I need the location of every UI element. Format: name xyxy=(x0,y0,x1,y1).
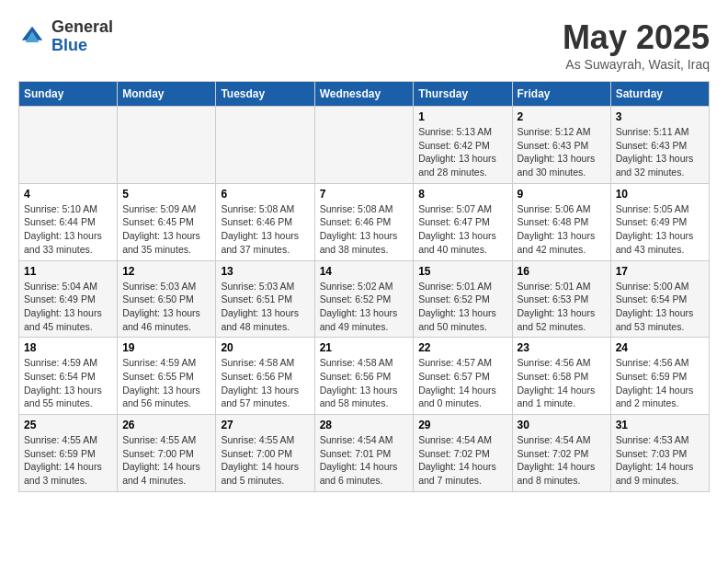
calendar-cell: 24Sunrise: 4:56 AMSunset: 6:59 PMDayligh… xyxy=(610,338,709,415)
header-friday: Friday xyxy=(512,82,610,107)
calendar-cell: 30Sunrise: 4:54 AMSunset: 7:02 PMDayligh… xyxy=(512,415,610,492)
day-number: 24 xyxy=(616,341,704,354)
location: As Suwayrah, Wasit, Iraq xyxy=(563,57,710,72)
calendar-cell: 31Sunrise: 4:53 AMSunset: 7:03 PMDayligh… xyxy=(610,415,709,492)
calendar-header-row: SundayMondayTuesdayWednesdayThursdayFrid… xyxy=(19,82,710,107)
calendar-cell: 1Sunrise: 5:13 AMSunset: 6:42 PMDaylight… xyxy=(414,107,512,184)
calendar-cell: 11Sunrise: 5:04 AMSunset: 6:49 PMDayligh… xyxy=(19,260,118,338)
day-info: Sunrise: 5:10 AMSunset: 6:44 PMDaylight:… xyxy=(24,202,112,257)
day-number: 10 xyxy=(616,188,704,201)
day-number: 29 xyxy=(418,419,506,431)
day-info: Sunrise: 4:57 AMSunset: 6:57 PMDaylight:… xyxy=(418,356,506,410)
page-header: General Blue May 2025 As Suwayrah, Wasit… xyxy=(18,18,710,72)
day-number: 16 xyxy=(518,265,606,278)
day-info: Sunrise: 4:56 AMSunset: 6:59 PMDaylight:… xyxy=(616,356,704,410)
calendar-cell: 7Sunrise: 5:08 AMSunset: 6:46 PMDaylight… xyxy=(314,183,414,260)
calendar-cell: 12Sunrise: 5:03 AMSunset: 6:50 PMDayligh… xyxy=(118,260,216,338)
calendar-cell: 22Sunrise: 4:57 AMSunset: 6:57 PMDayligh… xyxy=(414,338,512,415)
day-info: Sunrise: 4:55 AMSunset: 7:00 PMDaylight:… xyxy=(122,433,210,488)
day-number: 18 xyxy=(24,341,112,354)
calendar-cell: 23Sunrise: 4:56 AMSunset: 6:58 PMDayligh… xyxy=(512,338,610,415)
day-info: Sunrise: 4:53 AMSunset: 7:03 PMDaylight:… xyxy=(616,433,704,488)
day-number: 15 xyxy=(418,265,506,278)
calendar-cell: 26Sunrise: 4:55 AMSunset: 7:00 PMDayligh… xyxy=(118,415,216,492)
header-saturday: Saturday xyxy=(610,82,709,107)
calendar-cell: 29Sunrise: 4:54 AMSunset: 7:02 PMDayligh… xyxy=(414,415,512,492)
day-number: 8 xyxy=(418,188,506,201)
day-number: 14 xyxy=(320,265,409,278)
calendar-cell xyxy=(216,107,314,184)
day-number: 30 xyxy=(518,419,606,431)
day-number: 3 xyxy=(616,110,704,123)
day-info: Sunrise: 4:58 AMSunset: 6:56 PMDaylight:… xyxy=(221,356,309,410)
calendar-cell: 17Sunrise: 5:00 AMSunset: 6:54 PMDayligh… xyxy=(610,260,709,338)
header-wednesday: Wednesday xyxy=(314,82,414,107)
day-info: Sunrise: 4:59 AMSunset: 6:54 PMDaylight:… xyxy=(24,356,112,410)
calendar-cell: 19Sunrise: 4:59 AMSunset: 6:55 PMDayligh… xyxy=(118,338,216,415)
day-info: Sunrise: 5:12 AMSunset: 6:43 PMDaylight:… xyxy=(518,125,606,179)
day-info: Sunrise: 4:55 AMSunset: 6:59 PMDaylight:… xyxy=(24,433,112,488)
calendar-cell: 18Sunrise: 4:59 AMSunset: 6:54 PMDayligh… xyxy=(19,338,118,415)
day-number: 20 xyxy=(221,341,309,354)
day-number: 23 xyxy=(518,341,606,354)
calendar-cell: 4Sunrise: 5:10 AMSunset: 6:44 PMDaylight… xyxy=(19,183,118,260)
day-info: Sunrise: 4:54 AMSunset: 7:02 PMDaylight:… xyxy=(518,433,606,488)
logo: General Blue xyxy=(18,18,113,55)
day-info: Sunrise: 5:02 AMSunset: 6:52 PMDaylight:… xyxy=(320,280,409,334)
day-info: Sunrise: 4:55 AMSunset: 7:00 PMDaylight:… xyxy=(221,433,309,488)
day-number: 21 xyxy=(320,341,409,354)
day-number: 4 xyxy=(24,188,112,201)
calendar-cell: 20Sunrise: 4:58 AMSunset: 6:56 PMDayligh… xyxy=(216,338,314,415)
logo-blue: Blue xyxy=(51,37,113,55)
calendar-cell: 15Sunrise: 5:01 AMSunset: 6:52 PMDayligh… xyxy=(414,260,512,338)
calendar-week-row: 1Sunrise: 5:13 AMSunset: 6:42 PMDaylight… xyxy=(19,107,710,184)
day-info: Sunrise: 5:03 AMSunset: 6:50 PMDaylight:… xyxy=(122,280,210,334)
day-info: Sunrise: 5:09 AMSunset: 6:45 PMDaylight:… xyxy=(122,202,210,257)
month-title: May 2025 xyxy=(563,18,710,57)
day-info: Sunrise: 4:54 AMSunset: 7:02 PMDaylight:… xyxy=(418,433,506,488)
calendar-week-row: 4Sunrise: 5:10 AMSunset: 6:44 PMDaylight… xyxy=(19,183,710,260)
day-number: 31 xyxy=(616,419,704,431)
day-info: Sunrise: 5:06 AMSunset: 6:48 PMDaylight:… xyxy=(518,202,606,257)
day-info: Sunrise: 5:07 AMSunset: 6:47 PMDaylight:… xyxy=(418,202,506,257)
calendar-cell: 5Sunrise: 5:09 AMSunset: 6:45 PMDaylight… xyxy=(118,183,216,260)
calendar-cell: 25Sunrise: 4:55 AMSunset: 6:59 PMDayligh… xyxy=(19,415,118,492)
day-number: 17 xyxy=(616,265,704,278)
logo-general: General xyxy=(51,18,113,37)
day-number: 11 xyxy=(24,265,112,278)
header-monday: Monday xyxy=(118,82,216,107)
day-info: Sunrise: 5:08 AMSunset: 6:46 PMDaylight:… xyxy=(320,202,409,257)
day-info: Sunrise: 4:54 AMSunset: 7:01 PMDaylight:… xyxy=(320,433,409,488)
calendar-week-row: 18Sunrise: 4:59 AMSunset: 6:54 PMDayligh… xyxy=(19,338,710,415)
header-sunday: Sunday xyxy=(19,82,118,107)
calendar-week-row: 11Sunrise: 5:04 AMSunset: 6:49 PMDayligh… xyxy=(19,260,710,338)
day-info: Sunrise: 5:03 AMSunset: 6:51 PMDaylight:… xyxy=(221,280,309,334)
day-number: 25 xyxy=(24,419,112,431)
calendar-cell: 13Sunrise: 5:03 AMSunset: 6:51 PMDayligh… xyxy=(216,260,314,338)
calendar-cell: 2Sunrise: 5:12 AMSunset: 6:43 PMDaylight… xyxy=(512,107,610,184)
day-info: Sunrise: 5:04 AMSunset: 6:49 PMDaylight:… xyxy=(24,280,112,334)
day-info: Sunrise: 4:58 AMSunset: 6:56 PMDaylight:… xyxy=(320,356,409,410)
day-number: 5 xyxy=(122,188,210,201)
calendar-cell: 27Sunrise: 4:55 AMSunset: 7:00 PMDayligh… xyxy=(216,415,314,492)
day-info: Sunrise: 5:08 AMSunset: 6:46 PMDaylight:… xyxy=(221,202,309,257)
day-info: Sunrise: 5:01 AMSunset: 6:53 PMDaylight:… xyxy=(518,280,606,334)
calendar-cell xyxy=(314,107,414,184)
calendar-cell: 8Sunrise: 5:07 AMSunset: 6:47 PMDaylight… xyxy=(414,183,512,260)
day-number: 22 xyxy=(418,341,506,354)
calendar-cell: 9Sunrise: 5:06 AMSunset: 6:48 PMDaylight… xyxy=(512,183,610,260)
calendar-cell: 14Sunrise: 5:02 AMSunset: 6:52 PMDayligh… xyxy=(314,260,414,338)
day-number: 9 xyxy=(518,188,606,201)
calendar-table: SundayMondayTuesdayWednesdayThursdayFrid… xyxy=(18,81,710,492)
day-number: 28 xyxy=(320,419,409,431)
day-info: Sunrise: 4:59 AMSunset: 6:55 PMDaylight:… xyxy=(122,356,210,410)
calendar-cell: 6Sunrise: 5:08 AMSunset: 6:46 PMDaylight… xyxy=(216,183,314,260)
calendar-cell xyxy=(118,107,216,184)
calendar-cell: 16Sunrise: 5:01 AMSunset: 6:53 PMDayligh… xyxy=(512,260,610,338)
day-info: Sunrise: 5:00 AMSunset: 6:54 PMDaylight:… xyxy=(616,280,704,334)
day-number: 1 xyxy=(418,110,506,123)
calendar-week-row: 25Sunrise: 4:55 AMSunset: 6:59 PMDayligh… xyxy=(19,415,710,492)
calendar-cell: 3Sunrise: 5:11 AMSunset: 6:43 PMDaylight… xyxy=(610,107,709,184)
header-thursday: Thursday xyxy=(414,82,512,107)
day-info: Sunrise: 4:56 AMSunset: 6:58 PMDaylight:… xyxy=(518,356,606,410)
